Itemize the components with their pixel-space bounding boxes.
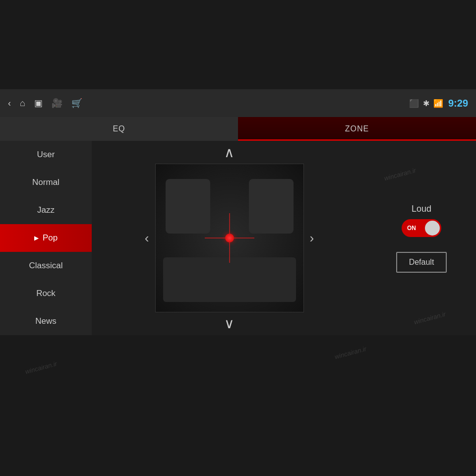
loud-section: Loud ON <box>402 204 441 237</box>
sidebar-item-user[interactable]: User <box>0 141 92 169</box>
toggle-knob <box>425 221 440 236</box>
loud-label: Loud <box>412 204 431 214</box>
seat-front-right <box>249 179 294 234</box>
nav-left: ‹ ⌂ ▣ 🎥 🛒 <box>8 98 82 109</box>
zone-center: ∧ ‹ <box>92 141 367 335</box>
seat-front-left <box>166 179 210 234</box>
toggle-on-text: ON <box>407 225 416 232</box>
sidebar-item-normal[interactable]: Normal <box>0 169 92 196</box>
sidebar-item-pop[interactable]: ▶ Pop <box>0 224 92 252</box>
down-arrow[interactable]: ∨ <box>224 315 235 332</box>
up-arrow[interactable]: ∧ <box>224 144 235 161</box>
default-button[interactable]: Default <box>396 252 447 273</box>
watermark-6: wincairan.ir <box>24 360 58 376</box>
clock: 9:29 <box>448 98 468 109</box>
eq-sidebar: User Normal Jazz ▶ Pop Classical Rock Ne… <box>0 141 92 335</box>
home-icon[interactable]: ⌂ <box>20 98 25 109</box>
play-icon: ▶ <box>34 235 39 241</box>
watermark-7: wincairan.ir <box>334 345 367 361</box>
nav-right: ⬛ ✱ 📶 9:29 <box>409 98 468 109</box>
nav-bar: ‹ ⌂ ▣ 🎥 🛒 ⬛ ✱ 📶 9:29 <box>0 89 476 117</box>
back-icon[interactable]: ‹ <box>8 98 11 109</box>
crosshair-dot <box>225 234 234 242</box>
left-arrow[interactable]: ‹ <box>145 231 149 246</box>
status-icons: ⬛ ✱ 📶 <box>409 99 443 108</box>
car-zone-row: ‹ › <box>145 164 314 312</box>
loud-toggle[interactable]: ON <box>402 219 441 237</box>
sidebar-item-classical[interactable]: Classical <box>0 252 92 280</box>
bag-icon[interactable]: 🛒 <box>71 98 82 109</box>
seat-rear <box>163 257 296 302</box>
sidebar-item-news[interactable]: News <box>0 307 92 335</box>
car-interior-view[interactable] <box>155 164 304 312</box>
sidebar-item-rock[interactable]: Rock <box>0 280 92 307</box>
cast-icon: ⬛ <box>409 99 419 108</box>
tab-bar: EQ ZONE <box>0 117 476 141</box>
right-arrow[interactable]: › <box>310 231 314 246</box>
main-content: wincairan.ir wincairan.ir wincairan.ir w… <box>0 141 476 335</box>
windows-icon[interactable]: ▣ <box>34 98 43 109</box>
tab-zone[interactable]: ZONE <box>238 117 476 141</box>
wifi-icon: 📶 <box>433 99 443 108</box>
sidebar-item-jazz[interactable]: Jazz <box>0 196 92 224</box>
tab-eq[interactable]: EQ <box>0 117 238 141</box>
camera-icon[interactable]: 🎥 <box>52 98 62 109</box>
right-panel: Loud ON Default <box>367 141 476 335</box>
car-background <box>156 164 303 312</box>
bluetooth-icon: ✱ <box>423 99 429 108</box>
